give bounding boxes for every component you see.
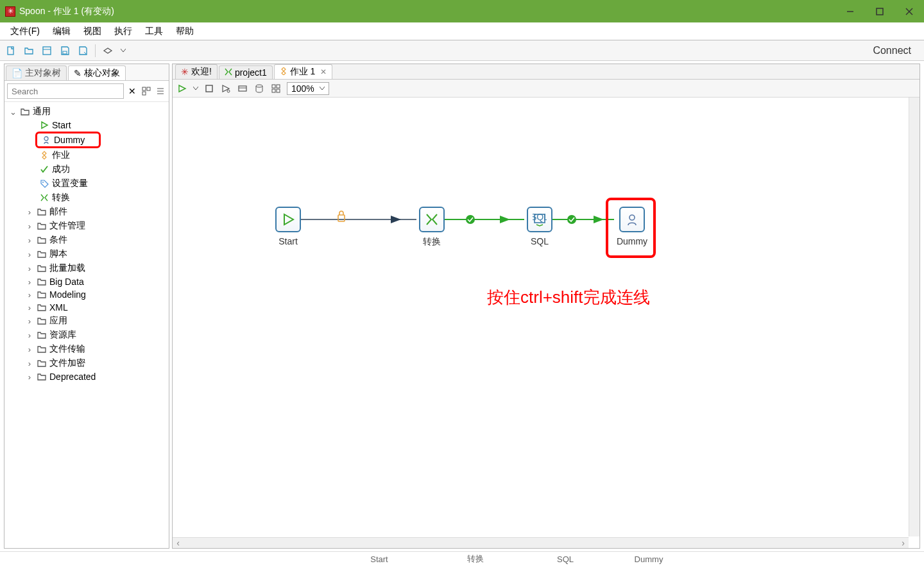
svg-rect-27 bbox=[338, 215, 345, 221]
chevron-down-icon: ⌄ bbox=[8, 107, 17, 117]
svg-point-32 bbox=[567, 215, 576, 224]
node-start[interactable]: Start bbox=[273, 207, 304, 246]
clear-search-icon[interactable]: ✕ bbox=[126, 85, 138, 97]
minimize-button[interactable] bbox=[835, 0, 865, 22]
tree-general[interactable]: ⌄ 通用 bbox=[6, 105, 167, 119]
canvas[interactable]: Start 转换 SQL SQL Dummy bbox=[173, 98, 920, 548]
save-as-icon[interactable] bbox=[77, 45, 89, 56]
tree-conditions[interactable]: ›条件 bbox=[6, 233, 167, 247]
save-icon[interactable] bbox=[59, 45, 71, 56]
close-button[interactable] bbox=[894, 0, 924, 22]
vertical-scrollbar[interactable] bbox=[909, 98, 920, 536]
svg-rect-21 bbox=[272, 85, 275, 88]
explore-icon[interactable] bbox=[41, 45, 53, 56]
tree-xml-label: XML bbox=[49, 302, 68, 313]
tree-general-label: 通用 bbox=[33, 106, 51, 117]
menu-tools[interactable]: 工具 bbox=[139, 23, 169, 40]
new-file-icon[interactable] bbox=[5, 45, 17, 56]
maximize-button[interactable] bbox=[865, 0, 894, 22]
tab-welcome[interactable]: ✳ 欢迎! bbox=[175, 64, 218, 79]
explore-db-icon[interactable] bbox=[253, 83, 265, 94]
svg-rect-5 bbox=[43, 47, 51, 55]
menu-help[interactable]: 帮助 bbox=[169, 23, 200, 40]
tab-main-tree[interactable]: 📄 主对象树 bbox=[6, 65, 67, 80]
tab-job1[interactable]: 作业 1 ✕ bbox=[274, 64, 333, 79]
scroll-right-icon[interactable]: › bbox=[898, 538, 909, 549]
tree-filetransfer[interactable]: ›文件传输 bbox=[6, 342, 167, 356]
menu-action[interactable]: 执行 bbox=[108, 23, 139, 40]
tree-bigdata[interactable]: ›Big Data bbox=[6, 275, 167, 288]
folder-icon bbox=[37, 249, 47, 259]
tree-job-label: 作业 bbox=[52, 150, 70, 161]
node-start-label: Start bbox=[273, 236, 304, 246]
tab-project1[interactable]: project1 bbox=[219, 65, 273, 79]
connect-link[interactable]: Connect bbox=[873, 45, 919, 56]
folder-icon bbox=[37, 221, 47, 231]
tree-bigdata-label: Big Data bbox=[49, 277, 84, 287]
tree-encryption[interactable]: ›文件加密 bbox=[6, 356, 167, 370]
annotation-text: 按住ctrl+shift完成连线 bbox=[487, 286, 650, 309]
tree-xml[interactable]: ›XML bbox=[6, 301, 167, 314]
tree-scripting[interactable]: ›脚本 bbox=[6, 247, 167, 261]
close-tab-icon[interactable]: ✕ bbox=[320, 67, 327, 76]
tree-bulkload[interactable]: ›批量加载 bbox=[6, 261, 167, 275]
main-toolbar: Connect bbox=[0, 40, 924, 61]
tree-apps[interactable]: ›应用 bbox=[6, 314, 167, 328]
folder-icon bbox=[37, 330, 47, 340]
replay-icon[interactable] bbox=[220, 83, 232, 94]
tree-dummy[interactable]: Dummy bbox=[35, 132, 101, 148]
horizontal-scrollbar[interactable]: ‹ › bbox=[173, 537, 909, 548]
canvas-area: ✳ 欢迎! project1 作业 1 ✕ 100% bbox=[172, 64, 920, 549]
scroll-left-icon[interactable]: ‹ bbox=[173, 538, 184, 549]
tree-transform[interactable]: 转换 bbox=[6, 191, 167, 205]
menu-file[interactable]: 文件(F) bbox=[4, 23, 46, 40]
tree-modeling[interactable]: ›Modeling bbox=[6, 288, 167, 301]
tab-core-objects[interactable]: ✎ 核心对象 bbox=[68, 65, 126, 80]
tree-start[interactable]: Start bbox=[6, 119, 167, 132]
perspective-icon[interactable] bbox=[102, 45, 114, 56]
run-icon[interactable] bbox=[176, 83, 188, 94]
expand-all-icon[interactable] bbox=[141, 85, 152, 97]
chevron-right-icon: › bbox=[25, 316, 34, 326]
tree-repository[interactable]: ›资源库 bbox=[6, 328, 167, 342]
tree-success[interactable]: 成功 bbox=[6, 162, 167, 176]
tree-transform-label: 转换 bbox=[52, 192, 70, 203]
svg-rect-4 bbox=[8, 47, 13, 55]
tree-deprecated[interactable]: ›Deprecated bbox=[6, 370, 167, 383]
tree-mail[interactable]: ›邮件 bbox=[6, 205, 167, 219]
menu-edit[interactable]: 编辑 bbox=[46, 23, 77, 40]
tree-job[interactable]: 作业 bbox=[6, 148, 167, 162]
node-transform[interactable]: 转换 bbox=[416, 207, 447, 248]
chevron-right-icon: › bbox=[25, 207, 34, 217]
collapse-all-icon[interactable] bbox=[155, 85, 166, 97]
svg-rect-16 bbox=[206, 85, 212, 92]
footer-transform: 转换 bbox=[427, 553, 524, 565]
run-dropdown-icon[interactable] bbox=[193, 83, 198, 94]
stop-icon[interactable] bbox=[203, 83, 215, 94]
svg-point-14 bbox=[44, 137, 48, 141]
svg-point-15 bbox=[42, 182, 44, 183]
menu-view[interactable]: 视图 bbox=[77, 23, 108, 40]
zoom-select[interactable]: 100% bbox=[287, 82, 329, 95]
svg-rect-22 bbox=[277, 85, 280, 88]
tree-setvar[interactable]: 设置变量 bbox=[6, 176, 167, 191]
tree-modeling-label: Modeling bbox=[49, 289, 86, 300]
snap-grid-icon[interactable] bbox=[270, 83, 282, 94]
tree-dummy-label: Dummy bbox=[54, 135, 85, 145]
tree-filemgmt[interactable]: ›文件管理 bbox=[6, 219, 167, 233]
node-sql[interactable]: SQL SQL bbox=[524, 207, 555, 246]
tree-bulkload-label: 批量加载 bbox=[49, 262, 85, 274]
folder-icon bbox=[37, 358, 47, 368]
zoom-value: 100% bbox=[291, 83, 314, 94]
tree-icon: 📄 bbox=[12, 68, 22, 78]
open-file-icon[interactable] bbox=[23, 45, 35, 56]
search-input[interactable] bbox=[7, 83, 124, 99]
tab-project1-label: project1 bbox=[235, 67, 267, 78]
transform-icon bbox=[225, 67, 232, 78]
play-icon bbox=[39, 120, 49, 130]
check-icon bbox=[39, 164, 49, 175]
chevron-right-icon: › bbox=[25, 345, 34, 354]
perspective-dropdown-icon[interactable] bbox=[120, 45, 126, 56]
svg-text:SQL: SQL bbox=[533, 212, 547, 222]
sql-icon[interactable] bbox=[237, 83, 248, 94]
